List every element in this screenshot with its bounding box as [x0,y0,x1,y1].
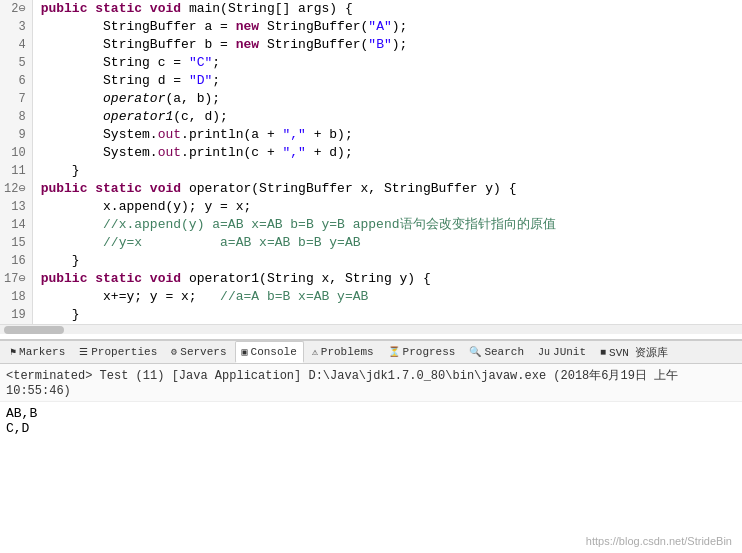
code-line: 12⊖public static void operator(StringBuf… [0,180,742,198]
line-code: public static void main(String[] args) { [32,0,742,18]
tab-svn-资源库[interactable]: ■SVN 资源库 [594,341,674,363]
code-line: 8 operator1(c, d); [0,108,742,126]
line-number: 13 [0,198,32,216]
line-number: 10 [0,144,32,162]
line-code: StringBuffer b = new StringBuffer("B"); [32,36,742,54]
code-line: 17⊖public static void operator1(String x… [0,270,742,288]
tab-servers[interactable]: ⚙Servers [165,341,232,363]
tab-icon: ▣ [242,346,248,358]
code-editor[interactable]: 2⊖public static void main(String[] args)… [0,0,742,340]
output-line: AB,B [6,406,736,421]
tab-properties[interactable]: ☰Properties [73,341,163,363]
line-code: System.out.println(c + "," + d); [32,144,742,162]
line-code: StringBuffer a = new StringBuffer("A"); [32,18,742,36]
line-code: } [32,306,742,324]
output-line: C,D [6,421,736,436]
code-line: 18 x+=y; y = x; //a=A b=B x=AB y=AB [0,288,742,306]
code-line: 3 StringBuffer a = new StringBuffer("A")… [0,18,742,36]
code-line: 19 } [0,306,742,324]
tab-icon: ☰ [79,346,88,358]
line-code: public static void operator1(String x, S… [32,270,742,288]
line-number: 12⊖ [0,180,32,198]
line-code: String c = "C"; [32,54,742,72]
tab-label: Markers [19,346,65,358]
code-line: 16 } [0,252,742,270]
line-number: 5 [0,54,32,72]
horizontal-scrollbar[interactable] [0,324,742,334]
code-line: 4 StringBuffer b = new StringBuffer("B")… [0,36,742,54]
tab-icon: ⏳ [388,346,400,358]
line-number: 6 [0,72,32,90]
code-line: 2⊖public static void main(String[] args)… [0,0,742,18]
line-code: //y=x a=AB x=AB b=B y=AB [32,234,742,252]
line-code: operator1(c, d); [32,108,742,126]
code-line: 13 x.append(y); y = x; [0,198,742,216]
tabs-bar: ⚑Markers☰Properties⚙Servers▣Console⚠Prob… [0,340,742,364]
scrollbar-thumb[interactable] [4,326,64,334]
line-code: public static void operator(StringBuffer… [32,180,742,198]
tab-icon: ⚑ [10,346,16,358]
tab-icon: ⚙ [171,346,177,358]
line-number: 19 [0,306,32,324]
line-number: 15 [0,234,32,252]
console-output: AB,BC,D [0,402,742,440]
tab-markers[interactable]: ⚑Markers [4,341,71,363]
tab-junit[interactable]: JuJUnit [532,341,592,363]
line-number: 2⊖ [0,0,32,18]
line-number: 9 [0,126,32,144]
line-code: } [32,162,742,180]
line-number: 7 [0,90,32,108]
tab-label: SVN 资源库 [609,345,668,360]
tab-problems[interactable]: ⚠Problems [306,341,380,363]
code-line: 7 operator(a, b); [0,90,742,108]
bottom-panel: ⚑Markers☰Properties⚙Servers▣Console⚠Prob… [0,340,742,553]
line-code: System.out.println(a + "," + b); [32,126,742,144]
tab-progress[interactable]: ⏳Progress [382,341,462,363]
code-table: 2⊖public static void main(String[] args)… [0,0,742,324]
code-line: 15 //y=x a=AB x=AB b=B y=AB [0,234,742,252]
line-code: } [32,252,742,270]
line-number: 16 [0,252,32,270]
line-code: x.append(y); y = x; [32,198,742,216]
line-code: String d = "D"; [32,72,742,90]
line-number: 11 [0,162,32,180]
code-line: 5 String c = "C"; [0,54,742,72]
line-number: 3 [0,18,32,36]
tab-icon: 🔍 [469,346,481,358]
code-line: 9 System.out.println(a + "," + b); [0,126,742,144]
line-code: operator(a, b); [32,90,742,108]
tab-icon: ■ [600,347,606,358]
code-line: 6 String d = "D"; [0,72,742,90]
tab-label: Properties [91,346,157,358]
code-line: 11 } [0,162,742,180]
tab-icon: ⚠ [312,346,318,358]
line-number: 18 [0,288,32,306]
tab-label: JUnit [553,346,586,358]
tab-console[interactable]: ▣Console [235,341,304,363]
code-line: 14 //x.append(y) a=AB x=AB b=B y=B appen… [0,216,742,234]
watermark: https://blog.csdn.net/StrideBin [586,535,732,547]
tab-label: Console [251,346,297,358]
tab-search[interactable]: 🔍Search [463,341,530,363]
tab-label: Servers [180,346,226,358]
line-code: x+=y; y = x; //a=A b=B x=AB y=AB [32,288,742,306]
tab-label: Problems [321,346,374,358]
tab-label: Search [484,346,524,358]
line-number: 14 [0,216,32,234]
tab-icon: Ju [538,347,550,358]
line-number: 8 [0,108,32,126]
line-number: 17⊖ [0,270,32,288]
code-line: 10 System.out.println(c + "," + d); [0,144,742,162]
line-number: 4 [0,36,32,54]
tab-label: Progress [403,346,456,358]
line-code: //x.append(y) a=AB x=AB b=B y=B append语句… [32,216,742,234]
console-header: <terminated> Test (11) [Java Application… [0,364,742,402]
